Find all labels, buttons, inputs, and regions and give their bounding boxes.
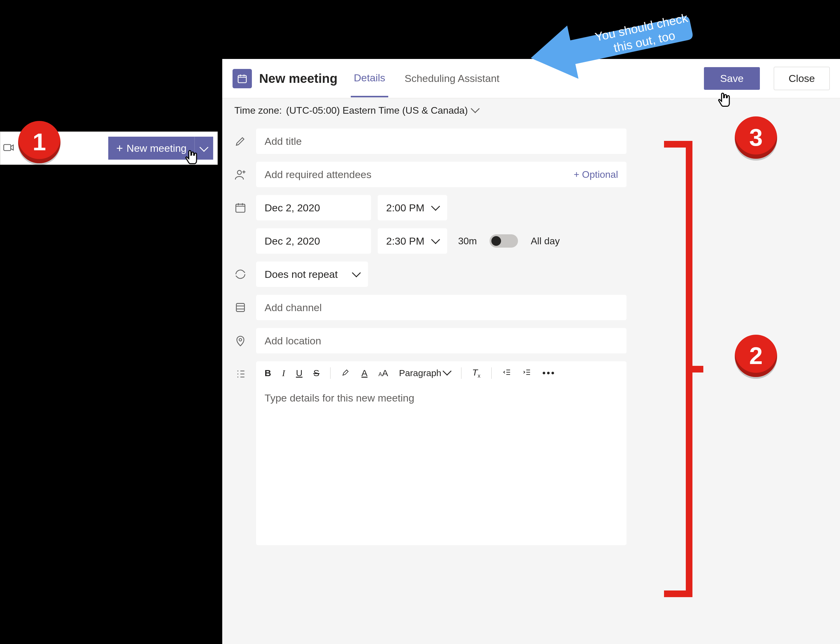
end-date-field[interactable]: Dec 2, 2020 — [256, 228, 371, 254]
italic-button[interactable]: I — [282, 368, 285, 378]
timezone-label: Time zone: — [234, 105, 282, 116]
close-button[interactable]: Close — [774, 67, 830, 90]
details-textarea[interactable]: Type details for this new meeting — [256, 385, 626, 545]
tab-details[interactable]: Details — [351, 72, 388, 97]
duration-label: 30m — [458, 235, 477, 247]
repeat-field[interactable]: Does not repeat — [256, 261, 368, 287]
chevron-down-icon — [353, 268, 360, 280]
clear-format-button[interactable]: Tx — [472, 367, 480, 379]
annotation-badge-2: 2 — [735, 335, 777, 377]
new-meeting-button[interactable]: + New meeting — [108, 137, 194, 159]
chevron-down-icon — [432, 202, 439, 214]
attendees-input[interactable] — [265, 169, 574, 181]
title-field[interactable] — [256, 128, 626, 154]
annotation-arrow-text-l1: You should check — [593, 11, 689, 44]
rte-toolbar: B I U S A AA Paragraph Tx — [256, 361, 626, 385]
repeat-icon — [234, 268, 248, 281]
chevron-down-icon — [444, 368, 450, 378]
all-day-toggle[interactable] — [490, 234, 518, 248]
svg-rect-4 — [237, 304, 245, 312]
start-date-field[interactable]: Dec 2, 2020 — [256, 195, 371, 220]
all-day-label: All day — [531, 235, 560, 247]
annotation-badge-1: 1 — [18, 121, 61, 163]
annotation-badge-3: 3 — [735, 117, 777, 159]
location-icon — [234, 335, 248, 348]
separator — [461, 367, 462, 379]
optional-link[interactable]: + Optional — [574, 169, 618, 180]
title-input[interactable] — [265, 135, 618, 147]
bold-button[interactable]: B — [265, 368, 271, 378]
font-color-button[interactable]: A — [361, 368, 367, 378]
tab-scheduling-assistant[interactable]: Scheduling Assistant — [401, 72, 503, 84]
rich-text-editor: B I U S A AA Paragraph Tx — [256, 361, 626, 545]
paragraph-dropdown[interactable]: Paragraph — [399, 368, 450, 378]
plus-icon: + — [116, 142, 123, 154]
channel-icon — [234, 301, 248, 315]
panel-header: New meeting Details Scheduling Assistant… — [222, 59, 840, 98]
location-field[interactable] — [256, 328, 626, 353]
attendees-field[interactable]: + Optional — [256, 162, 626, 187]
separator — [330, 367, 330, 379]
channel-field[interactable] — [256, 295, 626, 320]
annotation-arrow-text-l2: this out, too — [597, 25, 692, 59]
chevron-down-icon — [432, 235, 439, 247]
svg-rect-0 — [3, 145, 11, 151]
svg-rect-3 — [236, 204, 245, 212]
calendar-icon — [234, 202, 248, 215]
end-time-field[interactable]: 2:30 PM — [378, 228, 447, 254]
location-input[interactable] — [265, 335, 618, 347]
calendar-app-icon — [233, 69, 252, 88]
chevron-down-icon[interactable] — [472, 105, 478, 116]
highlight-button[interactable] — [341, 368, 350, 379]
strike-button[interactable]: S — [313, 368, 319, 378]
start-time-field[interactable]: 2:00 PM — [378, 195, 447, 220]
annotation-bracket — [659, 141, 692, 597]
new-meeting-label: New meeting — [127, 142, 187, 154]
timezone-value: (UTC-05:00) Eastern Time (US & Canada) — [286, 105, 468, 116]
meet-now-icon[interactable] — [3, 141, 15, 155]
channel-input[interactable] — [265, 302, 618, 314]
outdent-button[interactable] — [503, 368, 511, 379]
font-size-button[interactable]: AA — [378, 368, 388, 378]
page-title: New meeting — [259, 71, 337, 86]
pencil-icon — [234, 135, 248, 148]
svg-point-2 — [237, 171, 241, 174]
indent-button[interactable] — [523, 368, 532, 379]
svg-point-5 — [239, 338, 242, 341]
underline-button[interactable]: U — [296, 368, 302, 378]
save-button[interactable]: Save — [704, 67, 760, 90]
svg-rect-1 — [238, 75, 247, 82]
attendees-icon — [234, 168, 248, 182]
more-button[interactable]: ••• — [542, 368, 556, 378]
new-meeting-dropdown[interactable] — [194, 137, 213, 159]
description-icon — [234, 368, 248, 381]
